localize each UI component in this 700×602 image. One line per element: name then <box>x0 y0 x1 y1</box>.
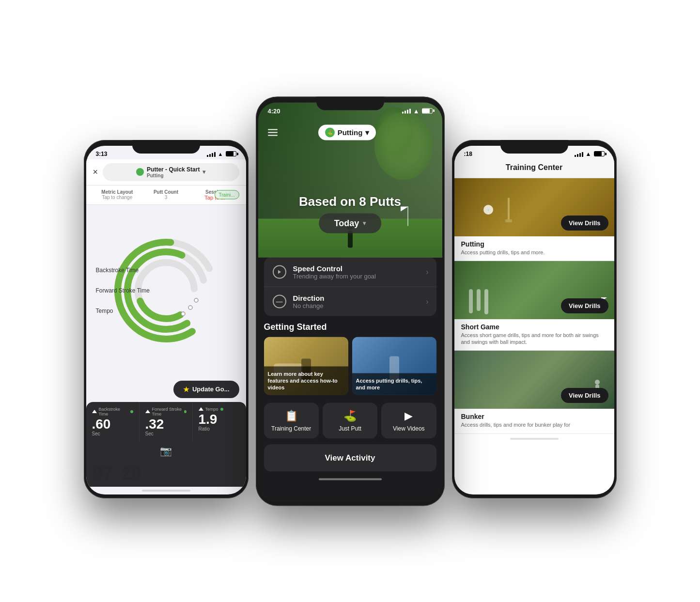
person-2 <box>477 289 481 311</box>
metrics-header: Metric Layout Tap to change Putt Count 3… <box>86 185 246 205</box>
drill-card-shortgame: View Drills Short Game Access short game… <box>454 261 614 351</box>
golfer-body <box>348 231 353 247</box>
getting-started-title: Getting Started <box>264 322 436 332</box>
view-activity-button[interactable]: View Activity <box>264 444 436 471</box>
tile-forward-value: .32 <box>145 417 187 431</box>
speed-icon <box>273 265 286 278</box>
view-drills-label-putting: View Drills <box>569 219 601 227</box>
person-1 <box>469 289 473 313</box>
flag-pole <box>407 206 408 226</box>
video-thumb-2[interactable]: Access putting drills, tips, and more <box>352 337 436 395</box>
putt-count-value: 3 <box>141 195 190 200</box>
just-putt-label: Just Putt <box>339 425 361 432</box>
camera-area: 📷 <box>86 441 246 461</box>
direction-row[interactable]: Direction No change › <box>264 287 436 316</box>
left-top-bar: × Putter - Quick Start Putting ▾ <box>86 159 246 185</box>
arc-labels: Backstroke Time Forward Stroke Time Temp… <box>96 267 150 314</box>
svg-point-8 <box>194 298 198 302</box>
svg-point-16 <box>487 209 489 211</box>
tile-up-arrow-1 <box>92 410 97 413</box>
putter-label: Putter - Quick Start <box>147 166 200 173</box>
left-home-indicator <box>142 490 190 492</box>
arc-label-tempo: Tempo <box>96 308 150 314</box>
bottom-buttons: 📋 Training Center ⛳ Just Putt ▶ View Vid… <box>264 402 436 438</box>
training-center-icon: 📋 <box>285 409 298 422</box>
view-drills-button-putting[interactable]: View Drills <box>561 216 608 231</box>
phone-notch-center <box>316 96 384 110</box>
getting-started-section: Getting Started Learn more about key fea… <box>264 320 436 397</box>
arc-chart-area: Backstroke Time Forward Stroke Time Temp… <box>86 205 246 377</box>
metric-layout-value: Tap to change <box>93 195 142 200</box>
view-drills-button-bunker[interactable]: View Drills <box>561 388 608 403</box>
battery-left <box>226 151 236 156</box>
svg-point-7 <box>188 306 192 309</box>
signal-bar-2 <box>209 154 211 157</box>
r-sig-2 <box>577 154 578 157</box>
video-grid: Learn more about key features and access… <box>264 337 436 395</box>
update-goal-button[interactable]: ★ Update Go... <box>173 381 239 398</box>
camera-icon[interactable]: 📷 <box>160 445 172 457</box>
right-title: Training Center <box>506 163 562 171</box>
hamburger-line-2 <box>268 132 278 133</box>
putter-selector[interactable]: Putter - Quick Start Putting ▾ <box>103 163 239 181</box>
star-icon: ★ <box>183 386 189 393</box>
arc-label-forward: Forward Stroke Time <box>96 287 150 294</box>
direction-icon <box>273 294 286 308</box>
center-screen: 4:20 ▲ <box>258 102 442 502</box>
view-videos-button[interactable]: ▶ View Videos <box>381 402 436 438</box>
speed-icon-wrap <box>272 264 287 279</box>
wifi-icon-right: ▲ <box>586 151 591 157</box>
today-chevron: ▾ <box>363 220 366 227</box>
signal-bars-center <box>402 108 411 114</box>
wifi-icon-left: ▲ <box>218 151 223 157</box>
c-sig-3 <box>407 110 408 114</box>
putter-icon <box>136 168 144 176</box>
video-thumb-1[interactable]: Learn more about key features and access… <box>264 337 348 395</box>
putter-subtitle: Putting <box>147 173 200 178</box>
view-videos-label: View Videos <box>393 425 425 432</box>
video-caption-1: Learn more about key features and access… <box>264 366 348 395</box>
view-drills-label-bunker: View Drills <box>569 392 601 399</box>
training-center-button[interactable]: 📋 Training Center <box>264 402 319 438</box>
drill-desc-bunker: Access drills, tips and more for bunker … <box>461 421 607 428</box>
wifi-icon-center: ▲ <box>413 107 420 114</box>
left-phone: 3:13 ▲ × <box>84 140 249 498</box>
view-drills-button-shortgame[interactable]: View Drills <box>561 298 608 313</box>
person-3 <box>484 289 488 314</box>
tile-forward-header: Forward Stroke Time <box>145 407 187 417</box>
center-phone: 4:20 ▲ <box>256 96 445 506</box>
putting-chevron: ▾ <box>365 128 369 137</box>
view-videos-icon: ▶ <box>404 409 413 422</box>
tile-up-arrow-2 <box>145 410 150 413</box>
putter-chevron: ▾ <box>202 169 205 175</box>
just-putt-button[interactable]: ⛳ Just Putt <box>323 402 377 438</box>
direction-chevron: › <box>426 297 428 306</box>
close-button[interactable]: × <box>93 167 98 177</box>
hamburger-button[interactable] <box>266 127 280 138</box>
putting-svg <box>459 183 546 232</box>
just-putt-icon: ⛳ <box>343 409 357 422</box>
tile-forward: Forward Stroke Time .32 Sec <box>140 402 193 441</box>
left-status-icons: ▲ <box>207 151 236 157</box>
right-home-indicator <box>510 438 559 440</box>
svg-point-9 <box>179 315 181 317</box>
scene: 3:13 ▲ × <box>60 35 641 568</box>
metric-layout-header[interactable]: Metric Layout Tap to change <box>93 189 142 201</box>
drill-desc-putting: Access putting drills, tips and more. <box>461 249 607 256</box>
signal-bar-1 <box>207 155 208 157</box>
battery-fill-right <box>594 152 602 156</box>
hamburger-line-1 <box>268 129 278 130</box>
putting-selector[interactable]: ⛳ Putting ▾ <box>318 124 376 140</box>
direction-subtitle: No change <box>293 302 420 309</box>
hero-based-on: Based on <box>299 194 356 208</box>
svg-point-10 <box>175 317 177 319</box>
tile-tempo-name: Tempo <box>205 407 218 412</box>
view-activity-label: View Activity <box>325 453 375 462</box>
tile-backstroke: Backstroke Time .60 Sec <box>86 402 140 441</box>
speed-control-row[interactable]: Speed Control Trending away from your go… <box>264 257 436 287</box>
right-time: :18 <box>464 151 472 157</box>
today-button[interactable]: Today ▾ <box>319 213 382 233</box>
update-goal-label: Update Go... <box>192 386 230 393</box>
training-badge[interactable]: Traini... <box>215 190 239 200</box>
tile-dot-2 <box>184 410 186 413</box>
